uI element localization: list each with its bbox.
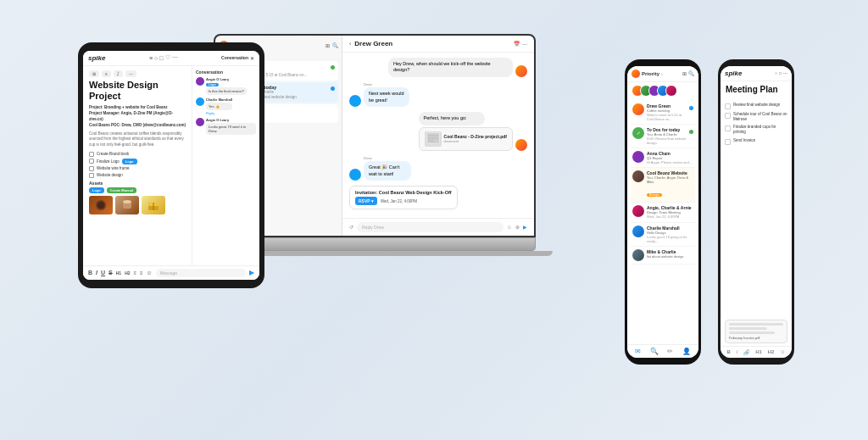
message-input[interactable]: Message	[156, 269, 246, 277]
refresh-icon[interactable]: ↺	[349, 224, 353, 230]
phone-right-screen: spike ○ □ ⋯ Meeting Plan Review final we	[721, 66, 792, 358]
phone-right-icon-2[interactable]: □	[779, 70, 782, 75]
p-item-2-text: To Dos for today You, Anna & Charlie DvG…	[647, 127, 687, 145]
n-checkbox-1[interactable]	[725, 103, 731, 109]
assets-tag-manual[interactable]: Create Manual	[107, 187, 136, 193]
p-item-7-text: Mike & Charlie list about website design	[647, 249, 693, 259]
nav-search[interactable]: 🔍	[650, 348, 659, 355]
more-badge[interactable]: ⋯	[125, 70, 136, 77]
invoice-line-1	[729, 323, 783, 326]
phone-inbox-item-5[interactable]: Angie, Charlie & Arnie Design: Team Meet…	[631, 203, 695, 222]
chat-sender-label-1: Drew:	[364, 82, 429, 86]
phone-left-screen: Priority › ⊞ 🔍	[627, 66, 698, 358]
format-emoji[interactable]: ☺	[147, 270, 153, 276]
options-badge[interactable]: ≡	[102, 70, 111, 77]
reply-input[interactable]: Reply Drew	[357, 222, 504, 232]
p-avatar-1	[632, 103, 644, 115]
phone-inbox-item-6[interactable]: Charlie Marshall Hello Design Looks good…	[631, 223, 695, 247]
conv-reply-btn[interactable]: Reply	[206, 111, 232, 115]
toolbar-icon-3[interactable]: □	[159, 55, 163, 61]
phone-right-body: spike ○ □ ⋯ Meeting Plan Review final we	[718, 59, 794, 365]
more-icon[interactable]: ⋯	[522, 41, 527, 47]
format-h2[interactable]: H2	[125, 270, 130, 276]
phone-avatar-header	[632, 70, 640, 78]
toolbar-icon-4[interactable]: ♡	[165, 54, 170, 61]
calendar-icon[interactable]: 📅	[514, 41, 520, 47]
send-icon[interactable]: ▶	[249, 269, 254, 276]
format-list1[interactable]: ≡	[134, 270, 137, 276]
nav-inbox[interactable]: ✉	[635, 348, 641, 355]
invitation-title: Invitation: Cool Beanz Web Design Kick-O…	[355, 190, 452, 195]
checklist-text-4: Website design	[97, 173, 123, 177]
doc-thumbnail	[425, 131, 442, 147]
tablet-project-content: ⊞ ≡ ⤴ ⋯ Website Design Project Project: …	[83, 66, 192, 265]
rsvp-button[interactable]: RSVP ▾	[355, 197, 377, 205]
pr-nav-i[interactable]: I	[737, 349, 738, 355]
filter-icon[interactable]: ⊞	[326, 42, 330, 48]
share-badge[interactable]: ⤴	[114, 70, 123, 77]
laptop-chat-header: ‹ Drew Green 📅 ⋯	[342, 36, 534, 53]
inbox-item-1-dot	[331, 65, 335, 70]
scene: spike ≡ ○ □ ♡ ⋯ Conversation ✕	[27, 17, 841, 424]
close-icon[interactable]: ✕	[250, 55, 254, 61]
checkbox-3[interactable]	[89, 166, 94, 171]
chat-bubble-incoming-1: Hey Drew, when should we kick-off the we…	[388, 58, 513, 77]
phone-inbox-item-3[interactable]: Anna Chain Q1 Report Hi Angie, Please re…	[631, 148, 695, 168]
conversation-toggle[interactable]: Conversation ✕	[221, 55, 254, 61]
phone-inbox-item-1[interactable]: Drew Green Coffee meeting Want to meet a…	[631, 101, 695, 125]
phone-chevron[interactable]: ›	[661, 71, 663, 76]
checkbox-4[interactable]	[89, 173, 94, 178]
checklist: Create-Brand-book Finalize Logo Logo Web…	[89, 152, 186, 178]
format-list2[interactable]: ≡	[140, 270, 143, 276]
n-checkbox-2[interactable]	[725, 113, 731, 119]
phone-inbox-item-4[interactable]: Cool Beanz Website You, Charlie, Angie, …	[631, 168, 695, 203]
back-icon[interactable]: ‹	[349, 41, 351, 47]
phone-right-icon-3[interactable]: ⋯	[783, 70, 787, 75]
tablet: spike ≡ ○ □ ♡ ⋯ Conversation ✕	[78, 42, 264, 288]
emoji-icon[interactable]: ☺	[507, 225, 512, 230]
note-item-2-text: Schedule tour of Cool Beanz on Melrose	[733, 112, 787, 123]
phone-left-body: Priority › ⊞ 🔍	[625, 59, 701, 365]
format-h1[interactable]: H1	[116, 270, 121, 276]
phone-filter-icon[interactable]: ⊞	[682, 70, 687, 76]
n-checkbox-4[interactable]	[725, 139, 731, 145]
checkbox-2[interactable]	[89, 159, 94, 164]
svg-point-1	[97, 202, 104, 209]
phone-inbox-item-7[interactable]: Mike & Charlie list about website design	[631, 247, 695, 265]
pr-nav-h2[interactable]: H2	[768, 349, 775, 355]
search-icon[interactable]: 🔍	[332, 42, 338, 48]
checkbox-1[interactable]	[89, 152, 94, 157]
chat-outgoing-group: Drew: Next week would be great!	[364, 82, 429, 107]
phone-right-logo: spike	[725, 70, 742, 77]
pr-nav-b[interactable]: B	[726, 349, 730, 355]
phone-search-icon[interactable]: 🔍	[688, 70, 694, 76]
nav-profile[interactable]: 👤	[682, 348, 691, 355]
layout-badge[interactable]: ⊞	[89, 70, 99, 77]
conv-sender-3: Angie O Leary	[206, 118, 256, 122]
format-bold[interactable]: B	[88, 270, 92, 276]
format-underline[interactable]: U	[101, 270, 105, 276]
pr-nav-link[interactable]: 🔗	[743, 349, 749, 355]
p-item-2-preview: DvG: Review final website design	[647, 136, 687, 145]
assets-tag-logo[interactable]: Logo	[89, 187, 104, 193]
nav-compose[interactable]: ✏	[667, 348, 673, 355]
pr-nav-h1[interactable]: H1	[755, 349, 762, 355]
attach-icon[interactable]: ⊕	[515, 224, 520, 230]
phone-inbox-item-2[interactable]: ✓ To Dos for today You, Anna & Charlie D…	[631, 125, 695, 148]
send-btn[interactable]: ▶	[523, 224, 527, 230]
chat-avatar-outgoing-2	[349, 169, 361, 181]
chat-msg-outgoing-2: Drew: Great 🎉 Can't wait to start!	[349, 156, 527, 181]
doc-info: Cool Beanz - D-Zine project.pdf document	[444, 134, 507, 143]
toolbar-icon-2[interactable]: ○	[154, 55, 158, 61]
format-strike[interactable]: S	[108, 270, 113, 276]
pr-nav-emoji[interactable]: ☺	[780, 349, 785, 355]
logo-tag[interactable]: Logo	[122, 159, 137, 164]
phone-right-icon-1[interactable]: ○	[775, 70, 777, 75]
toolbar-icon-1[interactable]: ≡	[149, 55, 153, 61]
tablet-bottom-toolbar: B I U S H1 H2 ≡ ≡ ☺ Message ▶	[83, 265, 259, 280]
toolbar-icon-5[interactable]: ⋯	[172, 54, 178, 61]
invitation-date: Wed, Jan 22, 4:00PM	[381, 199, 417, 203]
chat-msg-outgoing-1: Drew: Next week would be great!	[349, 82, 527, 107]
n-checkbox-3[interactable]	[725, 125, 731, 131]
format-italic[interactable]: I	[96, 270, 97, 276]
